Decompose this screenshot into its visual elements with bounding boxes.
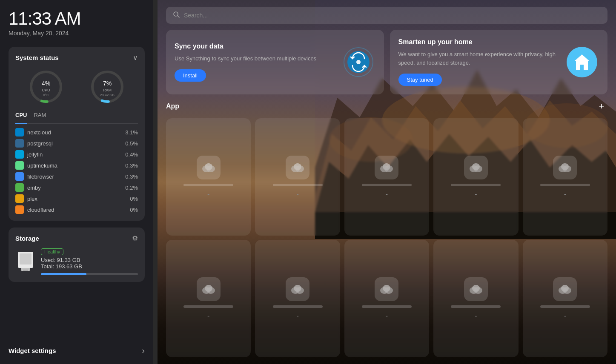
- process-pct-filebrowser: 0.3%: [123, 173, 138, 180]
- app-name-bar-6: [273, 305, 323, 308]
- process-pct-emby: 0.2%: [123, 185, 138, 191]
- app-card-9[interactable]: -: [523, 240, 607, 357]
- app-card-7[interactable]: -: [344, 240, 429, 357]
- process-icon-plex: [15, 194, 24, 203]
- process-row: nextcloud 3.1%: [15, 128, 138, 136]
- svg-point-30: [205, 163, 212, 170]
- add-app-button[interactable]: +: [596, 100, 607, 112]
- app-icon-0: [197, 156, 221, 179]
- app-dash-9: -: [564, 312, 566, 320]
- svg-rect-21: [23, 270, 28, 271]
- app-section-header: App +: [166, 100, 607, 112]
- process-icon-nextcloud: [15, 128, 24, 136]
- app-dash-3: -: [475, 191, 477, 198]
- promo-card-home: Smarten up your home We want to give you…: [390, 30, 608, 94]
- storage-header: Storage ⚙: [15, 234, 138, 242]
- process-name-emby: emby: [27, 185, 119, 191]
- syncthing-icon: [343, 47, 374, 77]
- search-icon: [173, 11, 180, 20]
- app-dash-5: -: [207, 312, 209, 320]
- app-icon-6: [286, 277, 309, 301]
- process-icon-cloudflared: [15, 205, 24, 214]
- promo-sync-button[interactable]: Install: [175, 69, 206, 82]
- widget-settings-row[interactable]: Widget settings ›: [9, 346, 145, 355]
- process-icon-postgresql: [15, 139, 24, 148]
- process-pct-cloudflared: 0%: [123, 207, 138, 213]
- date-display: Monday, May 20, 2024: [9, 30, 145, 37]
- app-name-bar-8: [451, 305, 501, 308]
- tab-cpu[interactable]: CPU: [15, 112, 27, 124]
- svg-marker-27: [574, 54, 590, 70]
- promo-row: Sync your data Use Syncthing to sync you…: [166, 30, 607, 94]
- cpu-gauge-svg: 4% CPU 0°C: [27, 68, 65, 106]
- tab-ram[interactable]: RAM: [34, 112, 46, 120]
- drive-svg: [17, 251, 34, 272]
- app-card-4[interactable]: -: [523, 118, 607, 236]
- process-icon-uptimekuma: [15, 161, 24, 170]
- promo-sync-desc: Use Syncthing to sync your files between…: [175, 54, 335, 63]
- app-card-5[interactable]: -: [166, 240, 251, 357]
- process-row: filebrowser 0.3%: [15, 172, 138, 181]
- process-pct-jellyfin: 0.4%: [123, 151, 138, 158]
- widget-settings-label: Widget settings: [9, 347, 56, 354]
- cloud-svg-6: [290, 282, 305, 296]
- app-card-8[interactable]: -: [433, 240, 518, 357]
- app-dash-0: -: [207, 191, 209, 198]
- time-display: 11:33 AM: [9, 9, 145, 29]
- svg-rect-19: [20, 253, 32, 264]
- app-icon-4: [553, 156, 577, 179]
- drive-icon: [15, 250, 36, 273]
- sidebar: 11:33 AM Monday, May 20, 2024 System sta…: [0, 0, 153, 364]
- app-section-title: App: [166, 102, 179, 110]
- process-row: jellyfin 0.4%: [15, 150, 138, 159]
- app-icon-3: [464, 156, 488, 179]
- storage-card: Storage ⚙ Healthy Used: 91.33 GB Total: …: [9, 228, 145, 282]
- app-name-bar-0: [183, 184, 233, 186]
- process-icon-jellyfin: [15, 150, 24, 159]
- app-card-2[interactable]: -: [344, 118, 429, 236]
- process-name-jellyfin: jellyfin: [27, 151, 119, 158]
- svg-text:0°C: 0°C: [43, 93, 49, 97]
- process-name-nextcloud: nextcloud: [27, 129, 119, 136]
- app-card-3[interactable]: -: [433, 118, 518, 236]
- process-pct-nextcloud: 3.1%: [123, 129, 138, 136]
- svg-text:CPU: CPU: [42, 88, 50, 92]
- app-card-1[interactable]: -: [255, 118, 340, 236]
- process-row: cloudflared 0%: [15, 205, 138, 214]
- search-input[interactable]: [184, 12, 601, 19]
- svg-point-57: [561, 285, 569, 292]
- app-card-0[interactable]: -: [166, 118, 251, 236]
- app-name-bar-7: [362, 305, 412, 308]
- svg-point-33: [294, 163, 301, 170]
- process-list: nextcloud 3.1% postgresql 0.5% jellyfin …: [15, 128, 138, 214]
- widget-settings-chevron-icon: ›: [142, 346, 145, 355]
- gauges-row: 4% CPU 0°C 7% RAM 23.42 GB: [15, 68, 138, 106]
- promo-home-icon: [565, 45, 599, 79]
- process-name-cloudflared: cloudflared: [27, 207, 119, 213]
- app-icon-2: [375, 156, 398, 179]
- system-status-collapse-icon[interactable]: ∨: [133, 54, 138, 62]
- ram-gauge-svg: 7% RAM 23.42 GB: [88, 68, 126, 106]
- cloud-svg-5: [201, 282, 216, 296]
- promo-home-button[interactable]: Stay tuned: [398, 74, 442, 86]
- svg-point-42: [561, 163, 569, 170]
- app-dash-1: -: [296, 191, 298, 198]
- search-bar: [166, 7, 607, 24]
- app-dash-6: -: [296, 312, 298, 320]
- clock-section: 11:33 AM Monday, May 20, 2024: [9, 9, 145, 40]
- app-name-bar-3: [451, 184, 501, 186]
- app-icon-5: [197, 277, 221, 301]
- svg-point-26: [356, 60, 361, 64]
- storage-title: Storage: [15, 235, 39, 242]
- svg-point-48: [294, 285, 301, 292]
- cloud-svg-1: [290, 160, 305, 175]
- promo-home-desc: We want to give you a smart home experie…: [398, 50, 559, 67]
- promo-sync-title: Sync your data: [175, 43, 335, 50]
- cloud-svg-3: [469, 160, 483, 175]
- process-name-uptimekuma: uptimekuma: [27, 162, 119, 169]
- promo-home-title: Smarten up your home: [398, 38, 559, 46]
- app-card-6[interactable]: -: [255, 240, 340, 357]
- storage-settings-icon[interactable]: ⚙: [132, 234, 138, 242]
- storage-total: Total: 193.63 GB: [41, 263, 138, 270]
- app-name-bar-2: [362, 184, 412, 186]
